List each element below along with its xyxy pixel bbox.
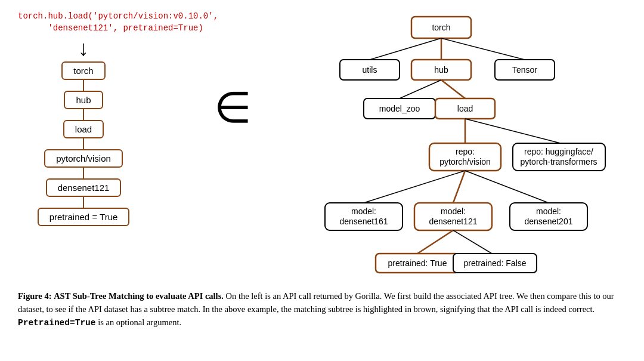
svg-text:densenet161: densenet161 [340, 217, 388, 226]
svg-text:pretrained: True: pretrained: True [388, 258, 447, 268]
svg-text:torch: torch [432, 23, 450, 32]
svg-text:hub: hub [434, 65, 448, 75]
connector-2 [83, 109, 84, 120]
svg-line-37 [417, 230, 453, 254]
svg-text:pretrained: False: pretrained: False [463, 258, 526, 268]
right-panel: .node-rect { fill: white; stroke: #000; … [256, 11, 626, 279]
left-node-hub: hub [64, 91, 103, 109]
left-node-load: load [63, 120, 104, 138]
svg-text:repo: huggingface/: repo: huggingface/ [524, 147, 593, 156]
diagram-area: torch.hub.load('pytorch/vision:v0.10.0',… [18, 11, 626, 279]
svg-line-11 [400, 80, 441, 98]
connector-3 [83, 138, 84, 149]
svg-text:repo:: repo: [456, 147, 475, 156]
caption-bold: AST Sub-Tree Matching to evaluate API ca… [54, 291, 224, 301]
svg-text:model:: model: [351, 206, 376, 216]
connector-4 [83, 168, 84, 178]
svg-line-38 [453, 230, 492, 254]
svg-text:densenet201: densenet201 [525, 217, 573, 226]
caption-end: is an optional argument. [96, 317, 182, 327]
svg-text:pytorch/vision: pytorch/vision [439, 157, 491, 166]
right-tree-svg: .node-rect { fill: white; stroke: #000; … [256, 11, 626, 279]
svg-text:pytorch-transformers: pytorch-transformers [520, 157, 597, 166]
left-node-densenet121: densenet121 [46, 178, 122, 197]
main-container: torch.hub.load('pytorch/vision:v0.10.0',… [18, 11, 626, 329]
svg-text:Tensor: Tensor [512, 65, 537, 75]
svg-text:load: load [457, 104, 473, 113]
svg-line-26 [453, 171, 465, 203]
figure-label: Figure 4: [18, 291, 52, 301]
connector-1 [83, 80, 84, 91]
svg-line-12 [441, 80, 465, 98]
code-block: torch.hub.load('pytorch/vision:v0.10.0',… [18, 11, 218, 34]
svg-text:densenet121: densenet121 [429, 217, 478, 226]
svg-text:utils: utils [363, 65, 377, 75]
left-panel: torch.hub.load('pytorch/vision:v0.10.0',… [18, 11, 209, 226]
svg-line-18 [465, 119, 561, 143]
svg-line-27 [465, 171, 549, 203]
svg-line-4 [441, 38, 525, 60]
left-node-torch: torch [61, 61, 105, 80]
left-tree: torch hub load pytorch/vision densenet12… [30, 61, 137, 226]
caption: Figure 4: AST Sub-Tree Matching to evalu… [18, 290, 626, 329]
svg-text:model:: model: [536, 206, 561, 216]
left-node-pytorch-vision: pytorch/vision [44, 149, 123, 168]
element-symbol: ∈ [209, 82, 256, 133]
svg-text:model_zoo: model_zoo [379, 104, 420, 113]
arrow-down: ↓ [36, 38, 131, 59]
svg-line-25 [364, 171, 465, 203]
svg-text:model:: model: [441, 206, 466, 216]
svg-line-2 [370, 38, 441, 60]
left-node-pretrained: pretrained = True [38, 208, 130, 226]
connector-5 [83, 197, 84, 208]
caption-code: Pretrained=True [18, 318, 96, 328]
